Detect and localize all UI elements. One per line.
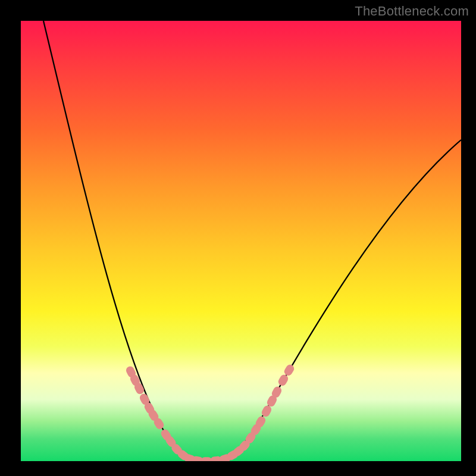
plot-area	[21, 21, 461, 461]
watermark-text: TheBottleneck.com	[355, 4, 469, 19]
v-curve-line	[43, 21, 461, 461]
curve-svg	[21, 21, 461, 461]
chart-frame: TheBottleneck.com	[0, 0, 476, 476]
curve-markers	[125, 363, 296, 461]
